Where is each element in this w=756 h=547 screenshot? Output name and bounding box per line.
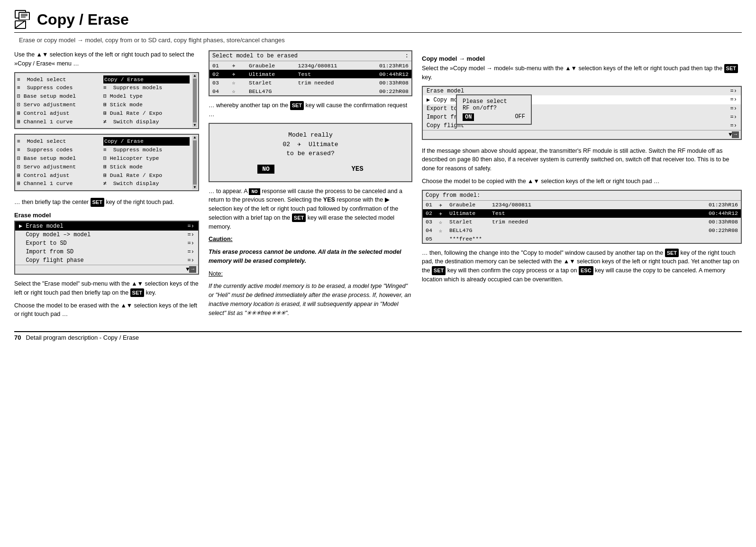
scroll-thumb (193, 79, 197, 123)
popup-question: RF on/off? (463, 105, 525, 111)
erase-menu-arrow-3: =› (188, 240, 194, 247)
cfs-info-2: Test (492, 210, 695, 217)
scroll-down-icon[interactable]: ▼ (194, 123, 196, 127)
menu-item: ≡ Model select (17, 75, 103, 84)
cfs-name-4: BELL47G (449, 227, 492, 234)
model-info-2: Test (298, 71, 360, 77)
cfs-num-1: 01 (426, 202, 439, 208)
menu-item: ⊞ Control adjust (17, 109, 103, 118)
scroll-up-icon-2[interactable]: ▲ (194, 136, 196, 139)
no-button[interactable]: NO (257, 165, 274, 174)
cfs-row-5[interactable]: 05 ***free*** (423, 235, 741, 243)
cmm-arrow-4: =› (730, 114, 737, 121)
cmm-label-1: Erase model (427, 88, 464, 94)
erase-menu-row-5[interactable]: Copy flight phase =› (15, 256, 198, 265)
cfs-row-3[interactable]: 03 ☆ Starlet trim needed 00:33hR08 (423, 218, 741, 226)
cfs-icon-4: ☆ (439, 227, 449, 234)
set-key-2: SET (290, 101, 304, 110)
yes-button[interactable]: YES (351, 165, 363, 173)
menu-item: ⊞ Channel 1 curve (17, 118, 103, 126)
menu-item: ⊞ Stick mode (103, 163, 190, 171)
page-footer: 70 Detail program description - Copy / E… (14, 331, 742, 341)
left-intro-text: Use the ▲▼ selection keys of the left or… (14, 50, 199, 68)
confirm-buttons: NO YES (219, 165, 402, 174)
note-heading: Note: (209, 269, 412, 278)
cfs-icon-1: ✈ (439, 202, 449, 208)
page-title: Copy / Erase (37, 11, 129, 28)
cfs-num-4: 04 (426, 227, 439, 234)
menu-right-col-1: Copy / Erase ≡ Suppress models ⊡ Model t… (103, 75, 190, 126)
model-name-1: Graubele (249, 63, 291, 69)
cfs-row-2[interactable]: 02 ✈ Ultimate Test 00:44hR12 (423, 209, 741, 218)
cfs-time-1: 01:23hR16 (695, 202, 738, 208)
menu-item: ⊡ Servo adjustment (17, 163, 103, 171)
erase-menu-row-4[interactable]: Import from SD =› (15, 248, 198, 256)
model-row-1[interactable]: 01 ✈ Graubele 1234g/080811 01:23hR16 (209, 61, 411, 70)
erase-desc-2: Choose the model to be erased with the ▲… (14, 301, 199, 319)
rf-warning-text: If the message shown above should appear… (422, 147, 742, 173)
erase-menu-label-3: Export to SD (19, 240, 67, 247)
menu-item: ⊞ Channel 1 curve (17, 179, 103, 188)
popup-off-btn[interactable]: OFF (515, 113, 525, 121)
scroll-down-indicator: ▼ (186, 266, 189, 273)
erase-menu-label-5: Copy flight phase (19, 257, 84, 264)
right-column: Copy model → model Select the »Copy mode… (422, 50, 742, 288)
model-num-1: 01 (212, 63, 226, 69)
erase-menu-label-4: Import from SD (19, 249, 73, 255)
cmm-arrow-3: =› (730, 105, 737, 112)
menu-left-col-1: ≡ Model select ≡ Suppress codes ⊡ Base s… (17, 75, 103, 126)
model-info-1: 1234g/080811 (298, 63, 360, 69)
erase-menu-row-1[interactable]: ▶ Erase model =› (15, 222, 198, 231)
cfs-row-1[interactable]: 01 ✈ Graubele 1234g/080811 01:23hR16 (423, 201, 741, 209)
header-icons (14, 9, 31, 29)
model-row-4[interactable]: 04 ☆ BELL47G 00:22hR08 (209, 87, 411, 95)
cfs-num-3: 03 (426, 219, 439, 225)
set-key-5: SET (665, 249, 679, 258)
cfs-icon-3: ☆ (439, 219, 449, 225)
popup-on-btn[interactable]: ON (463, 113, 474, 121)
erase-icon (14, 20, 31, 29)
erase-menu-arrow-4: =› (188, 249, 194, 255)
caution-text: This erase process cannot be undone. All… (209, 248, 412, 266)
copy-model-heading: Copy model → model (422, 55, 742, 62)
menu-item: ⊞ Dual Rate / Expo (103, 109, 190, 118)
cmm-arrow-5: =› (730, 122, 737, 129)
erase-model-menu: ▶ Erase model =› Copy model –> model =› … (14, 221, 199, 275)
model-name-2: Ultimate (249, 71, 291, 77)
model-row-3[interactable]: 03 ☆ Starlet trim needed 00:33hR08 (209, 78, 411, 87)
copy-from-screen: Copy from model: 01 ✈ Graubele 1234g/080… (422, 190, 742, 244)
scroll-down-icon-2[interactable]: ▼ (194, 185, 196, 189)
popup-title: Please select (463, 98, 525, 105)
erase-menu-row-3[interactable]: Export to SD =› (15, 239, 198, 248)
menu-scrollbar-1[interactable]: ▲ ▼ (192, 74, 197, 128)
menu-item: ≭ Switch display (103, 179, 190, 188)
model-num-3: 03 (212, 80, 226, 86)
model-row-2[interactable]: 02 ✈ Ultimate Test 00:44hR12 (209, 70, 411, 78)
no-inline: NO (249, 188, 260, 195)
erase-menu-arrow-5: =› (188, 257, 194, 264)
erase-menu-arrow-2: =› (188, 232, 194, 238)
scroll-up-icon[interactable]: ▲ (194, 74, 196, 78)
set-key-4: SET (724, 64, 738, 73)
menu-item: ⊞ Dual Rate / Expo (103, 171, 190, 180)
menu-left-col-2: ≡ Model select ≡ Suppress codes ⊡ Base s… (17, 137, 103, 188)
model-screen-title: Select model to be erased (212, 53, 298, 59)
model-time-4: 00:22hR08 (366, 88, 409, 94)
cfs-time-5 (695, 236, 738, 242)
menu-item: ≡ Suppress models (103, 83, 190, 92)
menu-item: ⊡ Helicopter type (103, 154, 190, 163)
cmm-arrow-1: =› (730, 88, 737, 94)
model-num-2: 02 (212, 71, 226, 77)
cfs-row-4[interactable]: 04 ☆ BELL47G 00:22hR08 (423, 226, 741, 235)
page-header: Copy / Erase (14, 9, 742, 33)
cfs-info-1: 1234g/080811 (492, 202, 695, 208)
main-content: Use the ▲▼ selection keys of the left or… (14, 50, 742, 323)
cfs-time-4: 00:22hR08 (695, 227, 738, 234)
erase-menu-label-1: ▶ Erase model (19, 223, 64, 230)
menu-scrollbar-2[interactable]: ▲ ▼ (192, 136, 197, 189)
erase-menu-row-2[interactable]: Copy model –> model =› (15, 231, 198, 239)
model-name-3: Starlet (249, 80, 291, 86)
model-time-1: 01:23hR16 (366, 63, 409, 69)
esc-key: ESC (579, 266, 593, 275)
menu-item: ≡ Suppress models (103, 146, 190, 154)
